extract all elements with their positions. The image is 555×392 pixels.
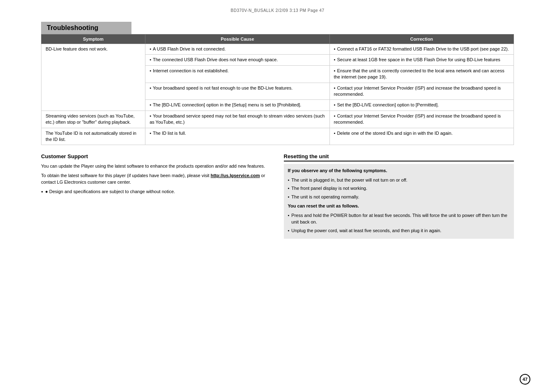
page-header-meta: BD370V-N_BUSALLK 2/2/09 3:13 PM Page 47	[16, 8, 539, 13]
resetting-section: Resetting the unit If you observe any of…	[284, 153, 514, 239]
resetting-step-2: • Unplug the power cord, wait at least f…	[288, 227, 510, 234]
correction-3-1: Delete one of the stored IDs and sign in…	[329, 128, 514, 145]
resetting-step-1: • Press and hold the POWER button for at…	[288, 212, 510, 226]
lgservice-link[interactable]: http://us.lgservice.com	[211, 173, 260, 178]
cause-1-1: A USB Flash Drive is not connected.	[145, 44, 329, 55]
correction-1-4: Contact your Internet Service Provider (…	[329, 83, 514, 100]
symptom-1: BD-Live feature does not work.	[41, 44, 145, 111]
cause-1-5: The [BD-LIVE connection] option in the […	[145, 100, 329, 111]
customer-support-p2-text: To obtain the latest software for this p…	[41, 173, 211, 178]
col-symptom: Symptom	[41, 35, 145, 44]
customer-support-section: Customer Support You can update the Play…	[41, 153, 272, 239]
col-correction: Correction	[329, 35, 514, 44]
correction-2-1: Contact your Internet Service Provider (…	[329, 111, 514, 128]
col-cause: Possible Cause	[145, 35, 329, 44]
resetting-symptom-3: • The unit is not operating normally.	[288, 194, 510, 201]
troubleshooting-table: Symptom Possible Cause Correction BD-Liv…	[41, 34, 514, 145]
table-row: Streaming video services (such as YouTub…	[41, 111, 514, 128]
resetting-symptom-1: • The unit is plugged in, but the power …	[288, 177, 510, 184]
cause-1-3: Internet connection is not established.	[145, 65, 329, 83]
page-number: 47	[520, 374, 530, 385]
customer-support-title: Customer Support	[41, 153, 272, 159]
cause-2-1: Your broadband service speed may not be …	[145, 111, 329, 128]
customer-support-p2: To obtain the latest software for this p…	[41, 172, 272, 186]
resetting-intro: If you observe any of the following symp…	[288, 167, 510, 174]
correction-1-1: Connect a FAT16 or FAT32 formatted USB F…	[329, 44, 514, 55]
cause-1-4: Your broadband speed is not fast enough …	[145, 83, 329, 100]
troubleshooting-title: Troubleshooting	[41, 22, 131, 34]
symptom-2: Streaming video services (such as YouTub…	[41, 111, 145, 128]
resetting-symptom-2: • The front panel display is not working…	[288, 185, 510, 192]
correction-1-3: Ensure that the unit is correctly connec…	[329, 65, 514, 83]
customer-support-p1: You can update the Player using the late…	[41, 163, 272, 170]
bottom-section: Customer Support You can update the Play…	[41, 153, 514, 239]
resetting-box: If you observe any of the following symp…	[284, 164, 514, 239]
correction-1-2: Secure at least 1GB free space in the US…	[329, 55, 514, 65]
cause-3-1: The ID list is full.	[145, 128, 329, 145]
cause-1-2: The connected USB Flash Drive does not h…	[145, 55, 329, 65]
correction-1-5: Set the [BD-LIVE connection] option to […	[329, 100, 514, 111]
table-row: The YouTube ID is not automatically stor…	[41, 128, 514, 145]
table-row: BD-Live feature does not work. A USB Fla…	[41, 44, 514, 55]
resetting-title: Resetting the unit	[284, 153, 514, 161]
resetting-reset-bold: You can reset the unit as follows.	[288, 203, 510, 210]
symptom-3: The YouTube ID is not automatically stor…	[41, 128, 145, 145]
troubleshooting-section: Troubleshooting Symptom Possible Cause C…	[41, 22, 514, 145]
customer-support-note: ● Design and specifications are subject …	[41, 188, 272, 195]
